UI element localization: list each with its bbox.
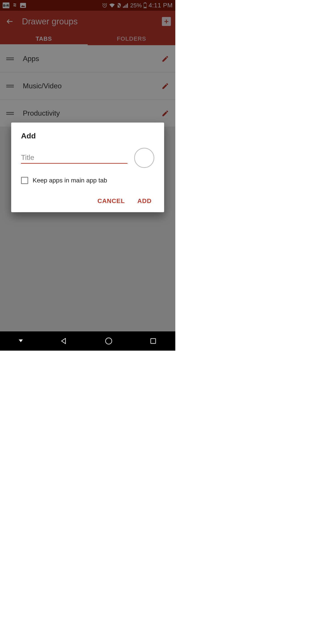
- nav-recents-button[interactable]: [150, 338, 156, 344]
- add-button[interactable]: ADD: [137, 198, 152, 204]
- keep-apps-label: Keep apps in main app tab: [33, 177, 107, 184]
- keep-apps-checkbox[interactable]: [21, 177, 28, 184]
- cancel-button[interactable]: CANCEL: [98, 198, 125, 204]
- svg-point-13: [106, 338, 112, 344]
- nav-caret-icon[interactable]: [19, 340, 23, 342]
- dialog-title: Add: [11, 132, 164, 148]
- nav-back-button[interactable]: [60, 338, 67, 344]
- color-picker-button[interactable]: [134, 148, 154, 168]
- nav-home-button[interactable]: [105, 337, 112, 345]
- svg-rect-14: [151, 338, 156, 344]
- add-dialog: Add Keep apps in main app tab CANCEL ADD: [11, 122, 164, 212]
- svg-marker-12: [62, 338, 66, 344]
- svg-marker-11: [19, 340, 23, 342]
- android-nav-bar: [0, 332, 175, 350]
- title-input[interactable]: [21, 152, 128, 164]
